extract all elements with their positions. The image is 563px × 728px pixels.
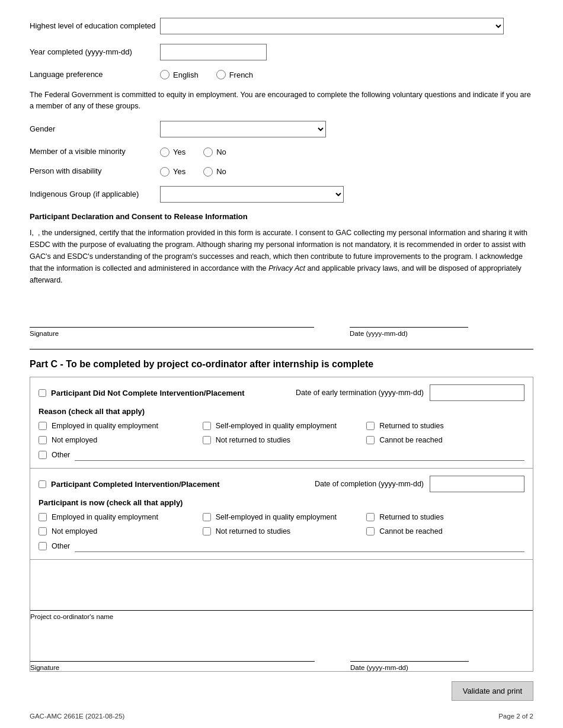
coordinator-date-label: Date (yyyy-mm-dd) xyxy=(350,664,408,671)
nc-not-employed-option[interactable]: Not employed xyxy=(39,436,197,444)
gender-select[interactable]: Male Female Non-binary Prefer not to say xyxy=(160,121,326,137)
not-completed-date-area: Date of early termination (yyyy-mm-dd) xyxy=(296,384,524,401)
c-not-employed-option[interactable]: Not employed xyxy=(39,527,197,535)
not-completed-checkbox[interactable] xyxy=(39,389,46,397)
visible-minority-no-option[interactable]: No xyxy=(203,147,226,157)
validate-print-button[interactable]: Validate and print xyxy=(452,681,533,701)
declaration-text: I, , the undersigned, certify that the i… xyxy=(30,227,533,286)
nc-not-employed-label: Not employed xyxy=(52,436,97,444)
signature-label: Signature xyxy=(30,330,314,337)
disability-yes-label: Yes xyxy=(173,167,185,176)
year-completed-field[interactable] xyxy=(160,44,533,60)
indigenous-field[interactable]: First Nations Métis Inuit xyxy=(160,186,533,203)
c-not-returned-label: Not returned to studies xyxy=(216,527,290,535)
nc-returned-studies-checkbox[interactable] xyxy=(366,422,375,430)
c-employed-option[interactable]: Employed in quality employment xyxy=(39,513,197,521)
completed-title: Participant Completed Intervention/Place… xyxy=(51,480,220,489)
completed-checkbox[interactable] xyxy=(39,480,46,488)
c-cannot-reached-checkbox[interactable] xyxy=(366,527,375,535)
nc-not-returned-checkbox[interactable] xyxy=(203,436,211,444)
c-not-employed-label: Not employed xyxy=(52,527,97,535)
nc-not-returned-label: Not returned to studies xyxy=(216,436,290,444)
visible-minority-row: Member of a visible minority Yes No xyxy=(30,147,533,157)
nc-self-employed-checkbox[interactable] xyxy=(203,422,211,430)
education-select[interactable]: High school diploma Some post-secondary … xyxy=(160,18,504,34)
coordinator-sig-label: Signature xyxy=(30,664,315,671)
coordinator-sig-labels: Signature Date (yyyy-mm-dd) xyxy=(30,664,533,671)
visible-minority-label: Member of a visible minority xyxy=(30,147,160,157)
not-completed-reason-label: Reason (check all that apply) xyxy=(39,407,524,416)
c-cannot-reached-option[interactable]: Cannot be reached xyxy=(366,527,524,535)
education-field[interactable]: High school diploma Some post-secondary … xyxy=(160,18,533,34)
language-english-option[interactable]: English xyxy=(160,70,199,79)
language-english-radio[interactable] xyxy=(160,70,169,79)
privacy-act-italic: Privacy Act xyxy=(268,264,305,272)
not-completed-title: Participant Did Not Complete Interventio… xyxy=(51,389,245,397)
signature-area xyxy=(30,310,533,328)
completed-date-input[interactable] xyxy=(430,476,524,492)
nc-employed-option[interactable]: Employed in quality employment xyxy=(39,422,197,430)
c-employed-checkbox[interactable] xyxy=(39,513,47,521)
sig-label-row: Signature Date (yyyy-mm-dd) xyxy=(30,330,533,337)
visible-minority-yes-label: Yes xyxy=(173,147,185,156)
nc-returned-studies-label: Returned to studies xyxy=(379,422,443,430)
nc-other-line xyxy=(75,449,524,461)
education-label: Highest level of education completed xyxy=(30,21,160,31)
nc-other-row: Other xyxy=(39,449,524,461)
visible-minority-no-radio[interactable] xyxy=(203,147,213,157)
not-completed-section: Participant Did Not Complete Interventio… xyxy=(30,377,533,469)
c-returned-studies-checkbox[interactable] xyxy=(366,513,375,521)
gender-row: Gender Male Female Non-binary Prefer not… xyxy=(30,121,533,137)
c-self-employed-option[interactable]: Self-employed in quality employment xyxy=(203,513,361,521)
nc-cannot-reached-option[interactable]: Cannot be reached xyxy=(366,436,524,444)
c-cannot-reached-label: Cannot be reached xyxy=(379,527,442,535)
c-returned-studies-option[interactable]: Returned to studies xyxy=(366,513,524,521)
disability-yes-radio[interactable] xyxy=(160,167,169,177)
not-completed-date-input[interactable] xyxy=(430,384,524,401)
declaration-title: Participant Declaration and Consent to R… xyxy=(30,212,533,221)
nc-cannot-reached-checkbox[interactable] xyxy=(366,436,375,444)
coordinator-sig-line xyxy=(30,644,315,662)
c-other-label: Other xyxy=(52,542,70,550)
nc-not-returned-option[interactable]: Not returned to studies xyxy=(203,436,361,444)
date-label: Date (yyyy-mm-dd) xyxy=(350,330,408,337)
language-row: Language preference English French xyxy=(30,70,533,80)
indigenous-label: Indigenous Group (if applicable) xyxy=(30,190,160,200)
nc-other-checkbox[interactable] xyxy=(39,451,47,459)
nc-not-employed-checkbox[interactable] xyxy=(39,436,47,444)
completed-header: Participant Completed Intervention/Place… xyxy=(39,476,524,492)
language-french-radio[interactable] xyxy=(216,70,226,79)
c-employed-label: Employed in quality employment xyxy=(52,513,158,521)
year-completed-input[interactable] xyxy=(160,44,267,60)
part-c-box: Participant Did Not Complete Interventio… xyxy=(30,377,533,672)
disability-no-radio[interactable] xyxy=(203,167,213,177)
indigenous-row: Indigenous Group (if applicable) First N… xyxy=(30,186,533,203)
nc-cannot-reached-label: Cannot be reached xyxy=(379,436,442,444)
gender-field[interactable]: Male Female Non-binary Prefer not to say xyxy=(160,121,533,137)
disability-no-option[interactable]: No xyxy=(203,167,226,177)
visible-minority-options: Yes No xyxy=(160,147,533,157)
c-self-employed-checkbox[interactable] xyxy=(203,513,211,521)
visible-minority-yes-option[interactable]: Yes xyxy=(160,147,185,157)
indigenous-select[interactable]: First Nations Métis Inuit xyxy=(160,186,344,203)
nc-returned-studies-option[interactable]: Returned to studies xyxy=(366,422,524,430)
equity-text: The Federal Government is committed to e… xyxy=(30,89,533,112)
nc-employed-checkbox[interactable] xyxy=(39,422,47,430)
language-english-label: English xyxy=(173,70,199,79)
c-not-employed-checkbox[interactable] xyxy=(39,527,47,535)
not-completed-options: Employed in quality employment Self-empl… xyxy=(39,422,524,444)
nc-self-employed-option[interactable]: Self-employed in quality employment xyxy=(203,422,361,430)
disability-yes-option[interactable]: Yes xyxy=(160,167,185,177)
completed-reason-label: Participant is now (check all that apply… xyxy=(39,498,524,507)
language-french-option[interactable]: French xyxy=(216,70,253,79)
coordinator-date-line xyxy=(350,644,469,662)
c-other-option[interactable]: Other xyxy=(39,542,70,550)
nc-other-label: Other xyxy=(52,451,70,459)
nc-other-option[interactable]: Other xyxy=(39,451,70,459)
c-other-checkbox[interactable] xyxy=(39,542,47,550)
c-not-returned-option[interactable]: Not returned to studies xyxy=(203,527,361,535)
visible-minority-yes-radio[interactable] xyxy=(160,147,169,157)
c-not-returned-checkbox[interactable] xyxy=(203,527,211,535)
completed-section: Participant Completed Intervention/Place… xyxy=(30,469,533,560)
language-french-label: French xyxy=(229,70,253,79)
